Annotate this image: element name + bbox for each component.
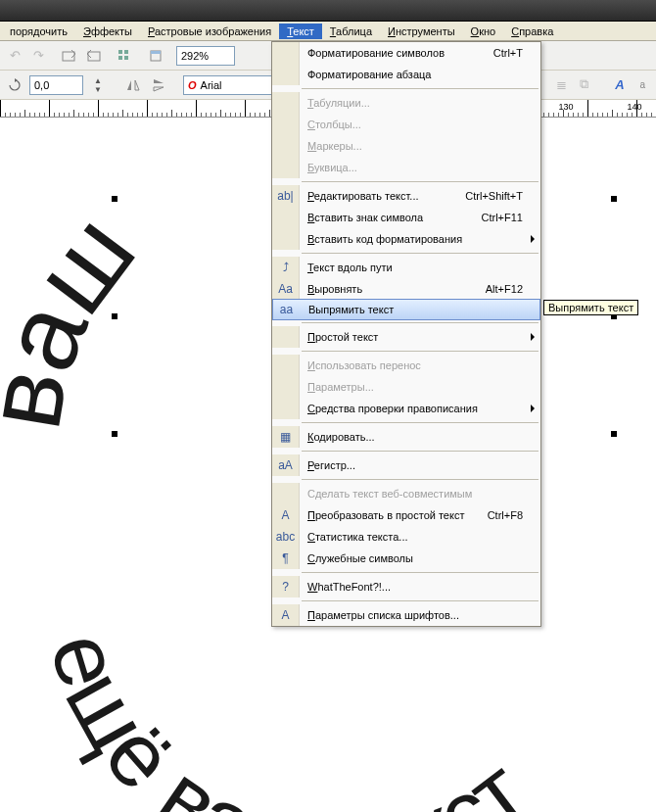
menu-item-буквица-: Буквица... (272, 157, 540, 178)
menu-item-вставить-знак-символа[interactable]: Вставить знак символаCtrl+F11 (272, 207, 540, 228)
svg-text:ваш: ваш (0, 193, 158, 437)
text-on-path-bottom: ещё ваш текст (31, 621, 542, 812)
svg-text:ещё ваш текст: ещё ваш текст (31, 621, 542, 812)
menu-item-label: Сделать текст веб-совместимым (300, 488, 540, 500)
mirror-h-button[interactable] (122, 74, 144, 96)
dropcap-button[interactable]: ⧉ (575, 73, 593, 95)
menu-effects[interactable]: Эффекты (75, 24, 140, 39)
menu-item-shortcut: Alt+F12 (486, 283, 540, 295)
font-family-input[interactable]: O Arial (183, 75, 281, 95)
menu-item-форматирование-абзаца[interactable]: Форматирование абзаца (272, 64, 540, 85)
menu-item-label: Преобразовать в простой текст (300, 509, 488, 521)
svg-rect-4 (118, 56, 122, 60)
rotation-angle-input[interactable]: 0,0 (29, 75, 83, 95)
menu-item-label: Использовать перенос (300, 359, 540, 371)
menu-item-icon (272, 114, 300, 135)
menu-item-icon: ? (272, 576, 300, 597)
submenu-arrow-icon (531, 405, 535, 412)
menu-item-label: Вставить код форматирования (300, 233, 540, 245)
menu-item-регистр-[interactable]: aAРегистр... (272, 454, 540, 476)
menu-item-статистика-текста-[interactable]: abcСтатистика текста... (272, 526, 540, 548)
menu-item-icon (272, 483, 300, 504)
menu-item-параметры-: Параметры... (272, 376, 540, 398)
menu-item-столбцы-: Столбцы... (272, 114, 540, 135)
menu-item-средства-проверки-правописания[interactable]: Средства проверки правописания (272, 398, 540, 419)
menu-item-сделать-текст-веб-совместимым: Сделать текст веб-совместимым (272, 483, 540, 504)
font-preview-icon: O (188, 79, 197, 91)
menu-item-label: Табуляции... (300, 97, 540, 109)
menu-item-icon: A (272, 504, 300, 526)
export-button[interactable] (82, 45, 104, 67)
menu-item-параметры-списка-шрифтов-[interactable]: AПараметры списка шрифтов... (272, 604, 540, 626)
menu-item-icon (272, 157, 300, 178)
tooltip: Выпрямить текст (543, 300, 638, 315)
menu-item-текст-вдоль-пути[interactable]: ⤴Текст вдоль пути (272, 257, 540, 278)
menu-item-icon (272, 355, 300, 376)
menu-item-label: Буквица... (300, 162, 540, 173)
menu-item-служебные-символы[interactable]: ¶Служебные символы (272, 548, 540, 569)
menu-item-выровнять[interactable]: AaВыровнятьAlt+F12 (272, 278, 540, 300)
menu-item-icon (272, 326, 300, 348)
menu-item-shortcut: Ctrl+Shift+T (465, 190, 540, 202)
menu-item-label: Форматирование абзаца (300, 69, 540, 80)
menu-item-label: Выпрямить текст (301, 304, 539, 315)
text-menu-dropdown: Форматирование символовCtrl+TФорматирова… (271, 41, 541, 627)
menu-item-label: Параметры списка шрифтов... (300, 609, 540, 621)
menu-item-label: Средства проверки правописания (300, 403, 540, 414)
menu-item-label: Форматирование символов (300, 47, 493, 59)
zoom-value: 292% (181, 50, 209, 62)
menu-window[interactable]: Окно (463, 24, 504, 39)
zoom-level-input[interactable]: 292% (176, 46, 235, 66)
menu-item-icon (272, 64, 300, 85)
menu-table[interactable]: Таблица (322, 24, 380, 39)
app-launcher-button[interactable] (114, 45, 135, 67)
menu-item-icon: ¶ (272, 548, 300, 569)
undo-button[interactable]: ↶ (4, 45, 25, 67)
menu-item-icon: ab| (272, 185, 300, 207)
menu-item-label: Служебные символы (300, 552, 540, 564)
menu-item-icon (272, 398, 300, 419)
menu-item-icon (272, 376, 300, 398)
menu-text[interactable]: Текст (279, 24, 322, 39)
window-titlebar (0, 0, 656, 22)
bullets-button[interactable]: ≣ (552, 73, 571, 95)
welcome-button[interactable] (145, 45, 166, 67)
menu-item-простой-текст[interactable]: Простой текст (272, 326, 540, 348)
menu-item-shortcut: Ctrl+F11 (482, 212, 541, 223)
char-format-button[interactable]: A (610, 73, 629, 95)
menu-item-shortcut: Ctrl+F8 (488, 509, 540, 521)
menu-item-icon: aA (272, 454, 300, 476)
menu-item-icon (272, 135, 300, 157)
menu-item-label: WhatTheFont?!... (300, 581, 540, 593)
menu-item-форматирование-символов[interactable]: Форматирование символовCtrl+T (272, 42, 540, 64)
menu-bitmaps[interactable]: Растровые изображения (140, 24, 279, 39)
stepper-icon[interactable]: ▲▼ (87, 74, 109, 96)
menu-item-выпрямить-текст[interactable]: aaВыпрямить текст (272, 299, 540, 320)
menu-item-кодировать-[interactable]: ▦Кодировать... (272, 426, 540, 448)
rotation-icon (4, 74, 25, 96)
menu-item-редактировать-текст-[interactable]: ab|Редактировать текст...Ctrl+Shift+T (272, 185, 540, 207)
menu-item-whatthefont-[interactable]: ?WhatTheFont?!... (272, 576, 540, 597)
menu-item-icon: ▦ (272, 426, 300, 448)
menu-item-label: Кодировать... (300, 431, 540, 443)
menu-item-преобразовать-в-простой-текст[interactable]: AПреобразовать в простой текстCtrl+F8 (272, 504, 540, 526)
menu-item-icon: ⤴ (272, 257, 300, 278)
menu-item-label: Статистика текста... (300, 531, 540, 543)
menu-item-shortcut: Ctrl+T (493, 47, 540, 59)
import-button[interactable] (59, 45, 80, 67)
menu-item-label: Столбцы... (300, 119, 540, 130)
menu-arrange[interactable]: порядочить (2, 24, 75, 39)
menu-tools[interactable]: Инструменты (380, 24, 463, 39)
menu-item-вставить-код-форматирования[interactable]: Вставить код форматирования (272, 228, 540, 250)
menu-item-label: Редактировать текст... (300, 190, 465, 202)
svg-rect-3 (124, 50, 128, 54)
menu-item-маркеры-: Маркеры... (272, 135, 540, 157)
submenu-arrow-icon (531, 333, 535, 341)
mirror-v-button[interactable] (148, 74, 169, 96)
text-options-button[interactable]: a (633, 73, 652, 95)
redo-button[interactable]: ↷ (27, 45, 49, 67)
menu-item-label: Маркеры... (300, 140, 540, 152)
menu-help[interactable]: Справка (503, 24, 561, 39)
menu-item-icon (272, 228, 300, 250)
menu-item-label: Регистр... (300, 459, 540, 471)
